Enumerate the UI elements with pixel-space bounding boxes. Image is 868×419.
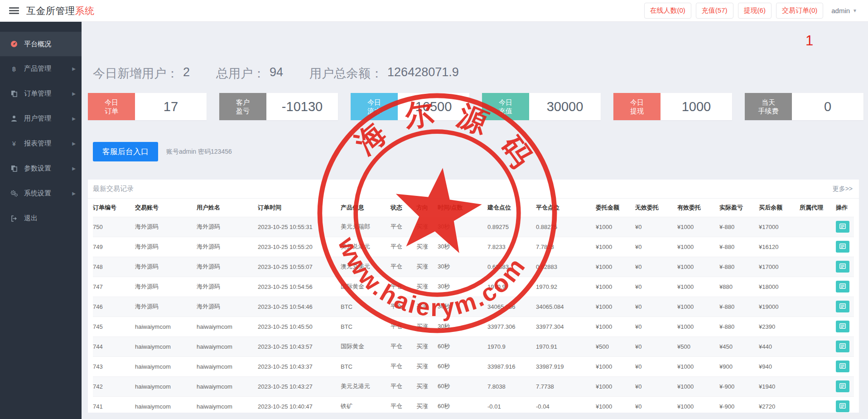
caret-down-icon: ▼: [853, 8, 857, 13]
order-detail-button[interactable]: [836, 261, 849, 273]
cell-close: 7.7833: [536, 237, 596, 257]
cell-invalid: ¥0: [635, 257, 677, 277]
cell-pnl: ¥-880: [719, 297, 759, 317]
sidebar-item-user[interactable]: 用户管理▶: [0, 106, 82, 131]
cell-invalid: ¥0: [635, 376, 677, 396]
table-row: 747海外源码海外源码2023-10-25 10:54:56国际黄金平仓买涨30…: [93, 277, 854, 297]
cell-close: -0.04: [536, 396, 596, 413]
chevron-right-icon: ▶: [72, 166, 76, 171]
sidebar-item-label: 订单管理: [24, 89, 51, 98]
chevron-right-icon: ▶: [72, 66, 76, 71]
order-detail-button[interactable]: [836, 241, 849, 253]
cell-direction: 买涨: [416, 297, 438, 317]
sidebar-item-yen[interactable]: ¥报表管理▶: [0, 131, 82, 156]
cell-invalid: ¥0: [635, 356, 677, 376]
cell-action: [836, 376, 854, 396]
order-detail-button[interactable]: [836, 321, 849, 332]
order-detail-button[interactable]: [836, 221, 849, 233]
cell-action: [836, 237, 854, 257]
sidebar-item-orders[interactable]: 订单管理▶: [0, 81, 82, 106]
cell-account: 海外源码: [135, 297, 197, 317]
table-row: 743haiwaiymcomhaiwaiymcom2023-10-25 10:4…: [93, 356, 854, 376]
order-detail-button[interactable]: [836, 281, 849, 292]
latest-trades-header: 最新交易记录 更多>>: [88, 180, 859, 199]
order-detail-button[interactable]: [836, 400, 849, 412]
stat-value: 2: [183, 65, 190, 82]
cell-open: 1970.9: [487, 336, 536, 356]
cell-time: 2023-10-25 10:43:37: [258, 356, 341, 376]
column-header: 买后余额: [759, 199, 800, 217]
sidebar-item-params[interactable]: 参数设置▶: [0, 156, 82, 181]
cell-valid: ¥1000: [677, 356, 719, 376]
hamburger-menu-icon[interactable]: [9, 7, 19, 14]
cell-name: haiwaiymcom: [197, 396, 258, 413]
card-value: 0: [792, 93, 863, 120]
order-detail-button[interactable]: [836, 361, 849, 372]
sidebar-item-label: 报表管理: [24, 139, 51, 148]
sidebar-item-gears[interactable]: 系统设置▶: [0, 181, 82, 206]
summary-card-0: 今日订单17: [88, 93, 207, 120]
cell-name: 海外源码: [197, 297, 258, 317]
sidebar-item-logout[interactable]: 退出: [0, 206, 82, 231]
column-header: 无效委托: [635, 199, 677, 217]
cell-agent: [800, 237, 836, 257]
cell-duration: 60秒: [438, 336, 487, 356]
card-value: 16500: [398, 93, 469, 120]
topbar-button-3[interactable]: 交易订单(0): [776, 3, 823, 19]
cell-pnl: ¥-880: [719, 257, 759, 277]
sidebar-item-bitcoin[interactable]: ฿产品管理▶: [0, 56, 82, 81]
card-value: 1000: [661, 93, 732, 120]
more-link[interactable]: 更多>>: [833, 185, 853, 193]
detail-icon: [839, 383, 846, 390]
cell-direction: 买涨: [416, 376, 438, 396]
cell-product: BTC: [341, 356, 391, 376]
cell-close: 7.7738: [536, 376, 596, 396]
order-detail-button[interactable]: [836, 341, 849, 352]
params-icon: [9, 165, 19, 172]
cell-direction: 买涨: [416, 336, 438, 356]
cell-account: 海外源码: [135, 277, 197, 297]
cell-pnl: ¥-880: [719, 217, 759, 237]
sidebar-item-label: 平台概况: [24, 40, 51, 49]
column-header: 实际盈亏: [719, 199, 759, 217]
cell-open: 34065.086: [487, 297, 536, 317]
sidebar-item-label: 用户管理: [24, 114, 51, 123]
user-icon: [9, 115, 19, 122]
cell-pnl: ¥900: [719, 356, 759, 376]
summary-card-3: 今日充值30000: [482, 93, 601, 120]
topbar-button-0[interactable]: 在线人数(0): [644, 3, 691, 19]
order-detail-button[interactable]: [836, 301, 849, 312]
cell-account: haiwaiymcom: [135, 376, 197, 396]
topbar-button-1[interactable]: 充值(57): [696, 3, 733, 19]
chevron-right-icon: ▶: [72, 191, 76, 196]
cell-valid: ¥1000: [677, 297, 719, 317]
cell-close: 1970.91: [536, 336, 596, 356]
topbar-button-2[interactable]: 提现(6): [738, 3, 772, 19]
sidebar-item-dashboard[interactable]: 平台概况: [0, 32, 82, 56]
detail-icon: [839, 403, 846, 410]
cell-time: 2023-10-25 10:54:46: [258, 297, 341, 317]
cell-status: 平仓: [391, 277, 416, 297]
cell-account: haiwaiymcom: [135, 336, 197, 356]
main-content: 今日新增用户：2总用户：94用户总余额：126428071.9 今日订单17客户…: [82, 22, 868, 419]
cell-status: 平仓: [391, 376, 416, 396]
cell-close: 1970.92: [536, 277, 596, 297]
cell-amount: ¥1000: [596, 257, 635, 277]
service-backend-button[interactable]: 客服后台入口: [93, 142, 158, 161]
table-row: 749海外源码海外源码2023-10-25 10:55:20美元兑港元平仓买涨3…: [93, 237, 854, 257]
page-marker: 1: [805, 33, 813, 49]
admin-dropdown[interactable]: admin▼: [828, 4, 861, 17]
cell-balance: ¥2390: [759, 317, 800, 336]
stat-label: 今日新增用户：: [93, 65, 178, 82]
user-stats-row: 今日新增用户：2总用户：94用户总余额：126428071.9: [93, 65, 459, 82]
cell-balance: ¥17000: [759, 217, 800, 237]
order-detail-button[interactable]: [836, 380, 849, 392]
cell-duration: 30秒: [438, 317, 487, 336]
cell-time: 2023-10-25 10:54:56: [258, 277, 341, 297]
cell-open: 0.63883: [487, 257, 536, 277]
cell-open: 0.89275: [487, 217, 536, 237]
detail-icon: [839, 283, 846, 290]
column-header: 状态: [391, 199, 416, 217]
yen-icon: ¥: [9, 140, 19, 147]
orders-icon: [9, 90, 19, 97]
